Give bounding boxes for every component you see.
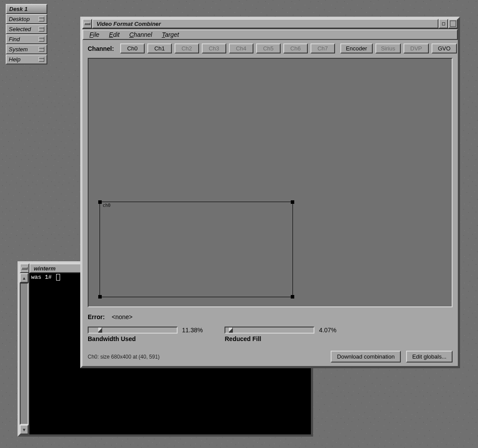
sysmenu-icon: [84, 22, 90, 25]
channel-buttons: Ch0Ch1Ch2Ch3Ch4Ch5Ch6Ch7: [120, 43, 335, 53]
desk-menu-label: Help: [9, 56, 21, 63]
menu-channel[interactable]: Channel: [129, 31, 152, 38]
channel-label: Channel:: [88, 45, 114, 52]
desk-menu: Desk 1 Desktop Selected Find System Help: [6, 4, 47, 64]
menu-edit[interactable]: Edit: [109, 31, 120, 38]
vfc-content: Channel: Ch0Ch1Ch2Ch3Ch4Ch5Ch6Ch7 Encode…: [82, 39, 458, 366]
channel-button-ch1[interactable]: Ch1: [147, 43, 172, 53]
channel-button-ch3: Ch3: [202, 43, 226, 53]
meters: 11.38% Bandwidth Used 4.07% Reduced Fill: [88, 327, 453, 342]
channel-button-ch0[interactable]: Ch0: [120, 43, 145, 53]
desk-menu-title: Desk 1: [6, 4, 47, 14]
desk-menu-item-selected[interactable]: Selected: [6, 24, 47, 34]
error-row: Error: <none>: [88, 313, 453, 320]
edit-globals-button[interactable]: Edit globals...: [406, 351, 453, 363]
bandwidth-percent: 11.38%: [182, 327, 203, 334]
channel-rect-label: ch0: [103, 203, 111, 208]
device-button-encoder[interactable]: Encoder: [340, 43, 373, 53]
layout-canvas[interactable]: ch0: [88, 58, 453, 307]
footer-row: Ch0: size 680x400 at (40, 591) Download …: [88, 351, 453, 363]
device-button-gvo[interactable]: GVO: [432, 43, 457, 53]
device-buttons: EncoderSiriusDVPGVO: [340, 43, 457, 53]
maximize-icon: [450, 21, 456, 27]
terminal-prompt: was 1#: [31, 274, 55, 281]
device-button-sirius: Sirius: [375, 43, 401, 53]
reduced-fill-track: [225, 327, 314, 334]
channel-button-ch2: Ch2: [175, 43, 199, 53]
submenu-icon: [39, 27, 44, 32]
desk-menu-label: Desktop: [9, 16, 30, 22]
channel-button-ch7: Ch7: [310, 43, 335, 53]
minimize-icon: [442, 22, 445, 25]
window-maximize-button[interactable]: [448, 19, 458, 28]
sysmenu-icon: [21, 267, 28, 270]
submenu-icon: [39, 47, 44, 52]
download-combination-button[interactable]: Download combination: [331, 351, 401, 363]
status-text: Ch0: size 680x400 at (40, 591): [88, 354, 160, 360]
desk-menu-item-desktop[interactable]: Desktop: [6, 14, 47, 24]
window-sysmenu-button[interactable]: [82, 19, 92, 28]
vfc-title: Video Format Combiner: [92, 19, 439, 28]
meter-bandwidth: 11.38% Bandwidth Used: [88, 327, 203, 342]
menu-target[interactable]: Target: [162, 31, 179, 38]
menu-file[interactable]: File: [89, 31, 100, 38]
reduced-fill-marker[interactable]: [229, 327, 233, 333]
scroll-track[interactable]: [20, 283, 29, 425]
desk-menu-item-system[interactable]: System: [6, 44, 47, 54]
terminal-cursor: [56, 274, 60, 281]
channel-button-ch6: Ch6: [283, 43, 308, 53]
winterm-scrollbar[interactable]: ▲ ▼: [20, 273, 29, 434]
desk-menu-label: Find: [9, 36, 20, 43]
reduced-fill-percent: 4.07%: [319, 327, 336, 334]
desk-menu-item-help[interactable]: Help: [6, 54, 47, 64]
desk-menu-label: System: [9, 46, 28, 53]
error-label: Error:: [88, 313, 105, 320]
video-format-combiner-window[interactable]: Video Format Combiner File Edit Channel …: [80, 17, 460, 368]
bandwidth-track: [88, 327, 178, 334]
submenu-icon: [39, 17, 44, 21]
bandwidth-label: Bandwidth Used: [88, 335, 203, 342]
vfc-menubar: File Edit Channel Target: [82, 29, 458, 40]
channel-row: Channel: Ch0Ch1Ch2Ch3Ch4Ch5Ch6Ch7 Encode…: [88, 43, 453, 53]
error-value: <none>: [112, 313, 133, 320]
submenu-icon: [39, 57, 44, 62]
device-button-dvp: DVP: [403, 43, 429, 53]
desk-menu-item-find[interactable]: Find: [6, 34, 47, 44]
vfc-titlebar[interactable]: Video Format Combiner: [82, 19, 458, 29]
bandwidth-marker[interactable]: [98, 327, 102, 333]
scroll-up-button[interactable]: ▲: [20, 273, 29, 283]
scroll-down-button[interactable]: ▼: [20, 425, 29, 434]
resize-handle-sw[interactable]: [98, 295, 102, 299]
channel-button-ch4: Ch4: [229, 43, 253, 53]
channel-button-ch5: Ch5: [256, 43, 281, 53]
channel-rect-ch0[interactable]: ch0: [100, 202, 293, 297]
submenu-icon: [39, 37, 44, 42]
reduced-fill-label: Reduced Fill: [225, 335, 336, 342]
resize-handle-ne[interactable]: [291, 200, 294, 204]
window-sysmenu-button[interactable]: [20, 263, 29, 273]
resize-handle-se[interactable]: [291, 295, 294, 299]
meter-reduced-fill: 4.07% Reduced Fill: [225, 327, 336, 342]
resize-handle-nw[interactable]: [98, 200, 102, 204]
desk-menu-label: Selected: [9, 26, 31, 32]
window-minimize-button[interactable]: [439, 19, 448, 28]
